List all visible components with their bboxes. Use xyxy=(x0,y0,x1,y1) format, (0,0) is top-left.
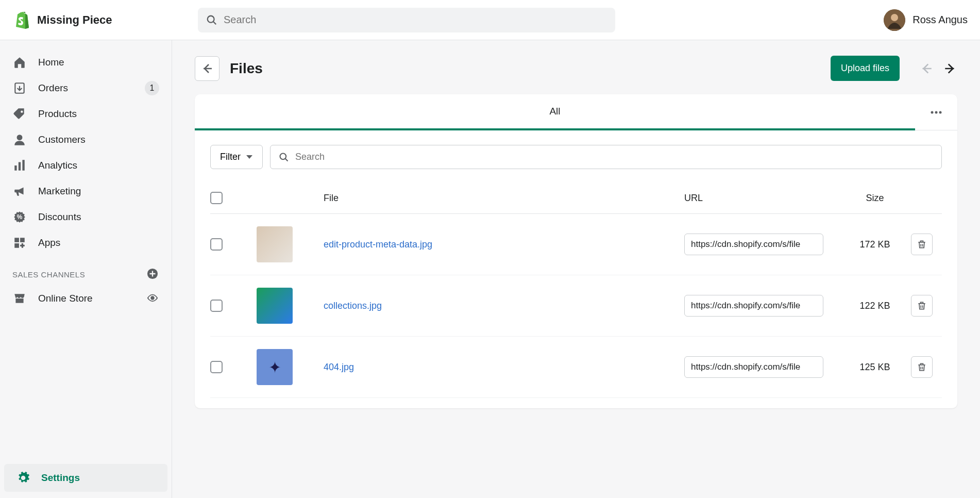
customers-icon xyxy=(12,132,27,147)
tab-more-icon[interactable] xyxy=(915,111,957,114)
svg-point-17 xyxy=(935,111,938,113)
preview-store-icon[interactable] xyxy=(147,292,159,305)
sidebar-item-label: Discounts xyxy=(38,211,81,223)
svg-point-0 xyxy=(208,15,214,22)
table-row: edit-product-meta-data.jpg 172 KB xyxy=(210,214,942,275)
file-url-input[interactable] xyxy=(684,295,823,317)
logo-area: Missing Piece xyxy=(12,11,188,29)
user-menu[interactable]: Ross Angus xyxy=(884,9,968,31)
svg-rect-13 xyxy=(14,243,19,248)
page-title: Files xyxy=(230,60,263,77)
products-icon xyxy=(12,107,27,121)
shop-name: Missing Piece xyxy=(37,13,112,27)
sidebar-item-online-store[interactable]: Online Store xyxy=(0,286,172,311)
sidebar-item-settings[interactable]: Settings xyxy=(4,464,167,492)
apps-icon xyxy=(12,236,27,250)
svg-point-19 xyxy=(280,153,286,159)
back-button[interactable] xyxy=(195,56,219,81)
delete-button[interactable] xyxy=(911,234,933,255)
file-thumbnail xyxy=(257,349,293,385)
svg-line-1 xyxy=(213,21,216,24)
sales-channels-heading: SALES CHANNELS xyxy=(0,256,172,286)
shopify-logo-icon xyxy=(12,11,29,29)
orders-icon xyxy=(12,81,27,95)
files-table: File URL Size edit-product-meta-data.jpg… xyxy=(195,176,957,408)
table-header: File URL Size xyxy=(210,176,942,214)
sidebar-item-label: Products xyxy=(38,108,77,120)
global-search-input[interactable] xyxy=(224,14,607,26)
svg-rect-9 xyxy=(22,160,24,171)
sidebar-item-label: Customers xyxy=(38,134,86,145)
svg-rect-8 xyxy=(19,162,21,171)
row-checkbox[interactable] xyxy=(210,238,223,251)
add-channel-icon[interactable] xyxy=(147,268,159,280)
table-row: 404.jpg 125 KB xyxy=(210,337,942,398)
next-arrow-icon[interactable] xyxy=(943,61,957,76)
delete-button[interactable] xyxy=(911,295,933,317)
svg-line-20 xyxy=(285,158,288,161)
file-thumbnail xyxy=(257,226,293,262)
main-content: Files Upload files All Filter xyxy=(172,40,980,498)
svg-point-6 xyxy=(17,135,23,140)
files-card: All Filter File URL S xyxy=(195,94,957,408)
search-icon xyxy=(279,152,289,162)
sidebar: Home Orders 1 Products Customers Analyti… xyxy=(0,40,172,498)
file-name-link[interactable]: collections.jpg xyxy=(324,301,679,311)
file-size: 125 KB xyxy=(844,362,906,373)
caret-down-icon xyxy=(246,155,253,160)
sidebar-item-label: Marketing xyxy=(38,186,81,197)
prev-arrow-icon xyxy=(919,61,934,76)
marketing-icon xyxy=(12,184,27,198)
global-search[interactable] xyxy=(198,8,615,32)
svg-rect-12 xyxy=(20,238,25,242)
sidebar-item-discounts[interactable]: % Discounts xyxy=(0,204,172,230)
svg-rect-11 xyxy=(14,238,19,242)
file-thumbnail xyxy=(257,288,293,324)
filter-row: Filter xyxy=(195,130,957,176)
settings-label: Settings xyxy=(41,472,80,484)
file-url-input[interactable] xyxy=(684,356,823,378)
row-checkbox[interactable] xyxy=(210,300,223,312)
sidebar-item-marketing[interactable]: Marketing xyxy=(0,178,172,204)
svg-point-16 xyxy=(931,111,934,113)
filter-button[interactable]: Filter xyxy=(210,145,263,169)
orders-badge: 1 xyxy=(145,81,159,95)
user-name: Ross Angus xyxy=(913,14,968,26)
svg-point-15 xyxy=(151,296,154,300)
sidebar-item-analytics[interactable]: Analytics xyxy=(0,153,172,178)
files-search[interactable] xyxy=(270,145,942,169)
avatar xyxy=(884,9,905,31)
sidebar-item-customers[interactable]: Customers xyxy=(0,127,172,153)
column-url: URL xyxy=(684,193,839,204)
tabs: All xyxy=(195,94,957,130)
sidebar-item-products[interactable]: Products xyxy=(0,101,172,127)
sidebar-item-label: Apps xyxy=(38,237,60,248)
sidebar-item-label: Home xyxy=(38,57,64,68)
svg-text:%: % xyxy=(17,213,23,221)
file-name-link[interactable]: 404.jpg xyxy=(324,362,679,373)
topbar: Missing Piece Ross Angus xyxy=(0,0,980,40)
table-row: collections.jpg 122 KB xyxy=(210,275,942,337)
select-all-checkbox[interactable] xyxy=(210,192,223,204)
delete-button[interactable] xyxy=(911,356,933,378)
file-size: 172 KB xyxy=(844,239,906,250)
page-header: Files Upload files xyxy=(195,56,957,81)
svg-point-3 xyxy=(891,14,898,21)
discounts-icon: % xyxy=(12,210,27,224)
svg-point-5 xyxy=(21,111,23,113)
gear-icon xyxy=(16,471,30,485)
svg-point-18 xyxy=(939,111,942,113)
file-name-link[interactable]: edit-product-meta-data.jpg xyxy=(324,239,679,250)
upload-files-button[interactable]: Upload files xyxy=(831,56,900,81)
row-checkbox[interactable] xyxy=(210,361,223,373)
column-file: File xyxy=(324,193,679,204)
sidebar-item-label: Online Store xyxy=(38,293,93,304)
home-icon xyxy=(12,55,27,70)
file-url-input[interactable] xyxy=(684,234,823,255)
sidebar-item-home[interactable]: Home xyxy=(0,49,172,75)
files-search-input[interactable] xyxy=(295,152,933,162)
column-size: Size xyxy=(844,193,906,204)
tab-all[interactable]: All xyxy=(195,94,915,130)
sidebar-item-apps[interactable]: Apps xyxy=(0,230,172,256)
sidebar-item-orders[interactable]: Orders 1 xyxy=(0,75,172,101)
